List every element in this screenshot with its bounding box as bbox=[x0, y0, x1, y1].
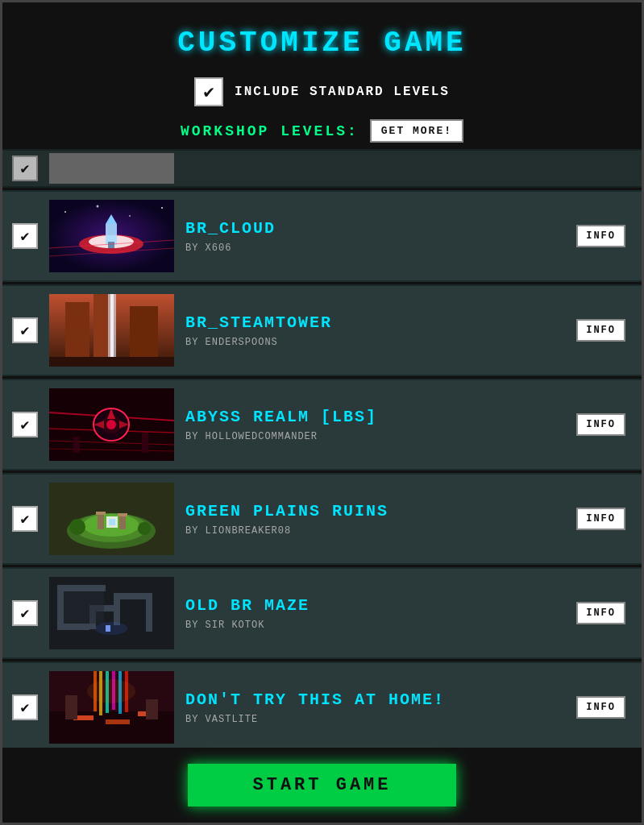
svg-point-44 bbox=[69, 519, 85, 535]
svg-rect-48 bbox=[57, 585, 64, 625]
level-name-abyss: ABYSS REALM [LBS] bbox=[185, 408, 565, 426]
level-author-oldmaze: BY SIR KOTOK bbox=[185, 620, 565, 631]
checkmark-icon: ✔ bbox=[21, 227, 30, 245]
include-standard-row: ✔ INCLUDE STANDARD LEVELS bbox=[194, 77, 450, 106]
svg-rect-11 bbox=[108, 242, 114, 248]
svg-point-4 bbox=[129, 215, 131, 217]
svg-rect-39 bbox=[119, 515, 126, 529]
level-thumb-oldmaze bbox=[49, 577, 174, 649]
svg-rect-67 bbox=[106, 719, 130, 724]
start-game-button[interactable]: START GAME bbox=[188, 764, 455, 806]
level-checkbox-partial[interactable]: ✔ bbox=[12, 155, 38, 181]
level-thumb-partial bbox=[49, 153, 174, 184]
checkmark-icon: ✔ bbox=[21, 604, 30, 622]
svg-rect-20 bbox=[49, 357, 174, 367]
page-title: CUSTOMIZE GAME bbox=[177, 27, 466, 60]
svg-rect-41 bbox=[118, 513, 127, 516]
level-thumb-steamtower bbox=[49, 294, 174, 367]
checkmark-icon: ✔ bbox=[21, 321, 30, 339]
info-button-greenplains[interactable]: INFO bbox=[576, 508, 625, 530]
level-checkbox-steamtower[interactable]: ✔ bbox=[12, 317, 38, 343]
list-item-brcloud: ✔ bbox=[2, 190, 642, 282]
checkmark-icon: ✔ bbox=[21, 510, 30, 528]
level-checkbox-brcloud[interactable]: ✔ bbox=[12, 223, 38, 249]
level-author-greenplains: BY LIONBREAKER08 bbox=[185, 525, 565, 537]
checkmark-icon: ✔ bbox=[21, 699, 30, 716]
level-info-greenplains: GREEN PLAINS RUINS BY LIONBREAKER08 bbox=[185, 502, 565, 537]
level-checkbox-donttry[interactable]: ✔ bbox=[12, 694, 38, 720]
svg-point-45 bbox=[138, 522, 151, 535]
info-button-abyss[interactable]: INFO bbox=[576, 413, 625, 436]
include-standard-checkbox[interactable]: ✔ bbox=[194, 77, 223, 106]
level-name-greenplains: GREEN PLAINS RUINS bbox=[185, 502, 565, 520]
level-name-oldmaze: OLD BR MAZE bbox=[185, 596, 565, 615]
level-name-brcloud: BR_CLOUD bbox=[185, 219, 565, 238]
list-item-donttry: ✔ DON'T TRY THIS bbox=[2, 661, 642, 748]
level-info-oldmaze: OLD BR MAZE BY SIR KOTOK bbox=[185, 596, 565, 631]
level-author-donttry: BY VASTLITE bbox=[185, 714, 565, 725]
workshop-row: WORKSHOP LEVELS: GET MORE! bbox=[181, 119, 463, 143]
svg-point-28 bbox=[106, 420, 116, 429]
svg-rect-38 bbox=[98, 513, 104, 529]
svg-point-71 bbox=[87, 679, 135, 703]
svg-rect-70 bbox=[146, 699, 158, 719]
info-button-oldmaze[interactable]: INFO bbox=[576, 602, 625, 624]
level-info-steamtower: BR_STEAMTOWER BY ENDERSPOONS bbox=[185, 313, 565, 348]
svg-rect-43 bbox=[109, 519, 115, 525]
svg-rect-52 bbox=[146, 599, 152, 632]
svg-point-2 bbox=[64, 211, 66, 213]
checkmark-icon: ✔ bbox=[21, 416, 30, 433]
levels-scroll-area[interactable]: ✔ ✔ bbox=[2, 149, 642, 748]
level-thumb-greenplains bbox=[49, 483, 174, 555]
info-button-brcloud[interactable]: INFO bbox=[576, 225, 625, 247]
svg-rect-33 bbox=[142, 433, 148, 453]
svg-rect-55 bbox=[64, 591, 104, 624]
level-info-abyss: ABYSS REALM [LBS] BY HOLLOWEDCOMMANDER bbox=[185, 408, 565, 442]
info-button-steamtower[interactable]: INFO bbox=[576, 319, 625, 342]
svg-rect-40 bbox=[96, 512, 106, 515]
level-author-abyss: BY HOLLOWEDCOMMANDER bbox=[185, 431, 565, 442]
svg-point-5 bbox=[161, 207, 163, 209]
info-button-donttry[interactable]: INFO bbox=[576, 696, 625, 719]
list-item-greenplains: ✔ GREEN PLAINS RUINS BY LIONBR bbox=[2, 473, 642, 565]
level-info-brcloud: BR_CLOUD BY X606 bbox=[185, 219, 565, 254]
checkmark-icon: ✔ bbox=[203, 81, 214, 103]
level-thumb-abyss bbox=[49, 388, 174, 461]
list-item-abyss: ✔ ABYSS REALM [LBS] BY bbox=[2, 379, 642, 471]
list-item-oldmaze: ✔ OLD BR MAZE BY SIR KOTOK bbox=[2, 567, 642, 659]
level-thumb-brcloud bbox=[49, 200, 174, 272]
svg-point-57 bbox=[95, 622, 127, 635]
svg-rect-47 bbox=[57, 585, 106, 591]
svg-rect-51 bbox=[120, 593, 152, 599]
level-name-donttry: DON'T TRY THIS AT HOME! bbox=[185, 690, 565, 709]
svg-rect-32 bbox=[73, 437, 80, 453]
level-author-brcloud: BY X606 bbox=[185, 243, 565, 254]
list-item-partial: ✔ bbox=[2, 149, 642, 188]
svg-rect-69 bbox=[65, 695, 77, 719]
list-item-steamtower: ✔ BR_STEAMTOWER BY ENDERSPOONS INFO bbox=[2, 284, 642, 376]
workshop-label: WORKSHOP LEVELS: bbox=[181, 123, 359, 139]
svg-rect-49 bbox=[57, 624, 89, 630]
include-standard-label: INCLUDE STANDARD LEVELS bbox=[235, 85, 450, 99]
level-checkbox-greenplains[interactable]: ✔ bbox=[12, 506, 38, 532]
svg-rect-19 bbox=[110, 294, 114, 367]
start-game-bar: START GAME bbox=[2, 748, 642, 823]
level-checkbox-oldmaze[interactable]: ✔ bbox=[12, 600, 38, 626]
level-checkbox-abyss[interactable]: ✔ bbox=[12, 412, 38, 437]
svg-point-3 bbox=[97, 205, 99, 208]
level-thumb-donttry bbox=[49, 671, 174, 744]
game-container: CUSTOMIZE GAME ✔ INCLUDE STANDARD LEVELS… bbox=[0, 0, 644, 825]
level-name-steamtower: BR_STEAMTOWER bbox=[185, 313, 565, 332]
level-author-steamtower: BY ENDERSPOONS bbox=[185, 337, 565, 348]
get-more-button[interactable]: GET MORE! bbox=[370, 119, 463, 143]
level-info-donttry: DON'T TRY THIS AT HOME! BY VASTLITE bbox=[185, 690, 565, 725]
